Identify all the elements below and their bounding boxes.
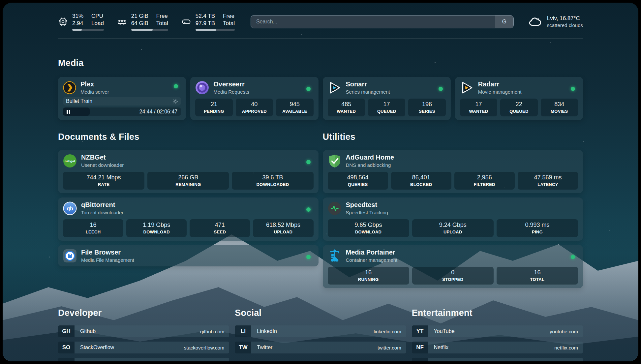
app-card-filebrowser[interactable]: File Browser Media File Management bbox=[58, 245, 319, 266]
app-card-qbittorrent[interactable]: qb qBittorrent Torrent downloader 16 LEE… bbox=[58, 197, 319, 241]
cpu-usage-value: 31% bbox=[72, 13, 83, 20]
app-name: Overseerr bbox=[213, 80, 249, 88]
stat-tile: 485 WANTED bbox=[328, 99, 365, 116]
status-online-dot bbox=[306, 160, 311, 164]
stat-tile: 17 QUEUED bbox=[368, 99, 405, 116]
now-playing-row: Bullet Train bbox=[63, 97, 181, 106]
gear-icon[interactable] bbox=[172, 99, 178, 104]
disk-icon bbox=[181, 17, 191, 27]
bookmark-abbr: DT bbox=[58, 358, 75, 361]
nzbget-icon: nzbget bbox=[63, 154, 77, 168]
bookmark-dev[interactable]: DT DEV dev.to bbox=[58, 358, 229, 361]
app-card-overseerr[interactable]: Overseerr Media Requests 21 PENDING 40 A… bbox=[190, 77, 318, 120]
cpu-load-value: 2.94 bbox=[72, 20, 83, 27]
adguard-icon bbox=[328, 154, 342, 168]
utilities-column: AdGuard Home DNS and adblocking 498,564 … bbox=[323, 150, 583, 288]
bookmark-abbr: RE bbox=[412, 358, 428, 361]
bookmark-youtube[interactable]: YT YouTube youtube.com bbox=[412, 325, 583, 337]
ram-progress-bar bbox=[131, 29, 168, 31]
app-name: qBittorrent bbox=[81, 201, 123, 209]
app-name: Sonarr bbox=[346, 80, 390, 88]
stat-tile: 2,956 FILTERED bbox=[454, 172, 515, 190]
section-title-media: Media bbox=[58, 58, 583, 68]
stat-tile: 498,564 QUERIES bbox=[328, 172, 388, 190]
bookmark-url: stackoverflow.com bbox=[184, 342, 229, 353]
stat-tile: 22 QUEUED bbox=[500, 99, 537, 116]
ram-total-value: 64 GiB bbox=[131, 20, 148, 27]
app-name: Plex bbox=[80, 80, 109, 88]
bookmark-reddit[interactable]: RE Reddit reddit.com bbox=[412, 358, 583, 361]
search-bar: G bbox=[251, 15, 514, 28]
bookmark-name: LinkedIn bbox=[251, 325, 374, 337]
status-online-dot bbox=[439, 87, 443, 91]
cpu-stat: 31% 2.94 CPU Load bbox=[58, 13, 104, 31]
app-name: Radarr bbox=[478, 80, 522, 88]
app-subtitle: Usenet downloader bbox=[81, 162, 124, 168]
stat-tile: 39.6 TB DOWNLOADED bbox=[232, 172, 313, 190]
stat-tile: 21 PENDING bbox=[195, 99, 232, 116]
media-grid: Plex Media server Bullet Train bbox=[58, 77, 583, 120]
app-name: AdGuard Home bbox=[346, 154, 394, 161]
search-engine-button[interactable]: G bbox=[495, 15, 513, 28]
stat-tile: 47.569 ms LATENCY bbox=[518, 172, 578, 190]
bookmark-url: reddit.com bbox=[555, 358, 583, 361]
stat-tile: 9.24 Gbps UPLOAD bbox=[412, 219, 494, 237]
app-card-speedtest[interactable]: Speedtest Speedtest Tracking 9.65 Gbps D… bbox=[323, 197, 583, 241]
playback-progress-bar[interactable]: 24:44 / 02:06:47 bbox=[63, 107, 181, 116]
app-subtitle: Series management bbox=[346, 89, 390, 95]
svg-text:nzbget: nzbget bbox=[65, 159, 76, 163]
bookmark-twitter[interactable]: TW Twitter twitter.com bbox=[235, 342, 406, 353]
status-online-dot bbox=[306, 207, 311, 212]
bookmark-abbr: YT bbox=[412, 325, 428, 337]
ram-total-label: Total bbox=[156, 20, 168, 27]
search-input[interactable] bbox=[251, 15, 495, 28]
bookmark-url: youtube.com bbox=[550, 325, 583, 337]
dashboard-screen: 31% 2.94 CPU Load bbox=[3, 3, 638, 361]
svg-text:qb: qb bbox=[67, 206, 73, 211]
cpu-load-label: Load bbox=[91, 20, 104, 27]
filebrowser-icon bbox=[63, 249, 77, 263]
bookmark-name: YouTube bbox=[428, 325, 550, 337]
stat-tile: 0.993 ms PING bbox=[497, 219, 578, 237]
ram-free-value: 21 GiB bbox=[131, 13, 148, 20]
app-name: Media Portainer bbox=[346, 249, 398, 256]
status-online-dot bbox=[306, 87, 311, 91]
app-subtitle: Speedtest Tracking bbox=[346, 210, 388, 215]
app-card-plex[interactable]: Plex Media server Bullet Train bbox=[58, 77, 186, 120]
bookmark-group-entertainment: Entertainment YT YouTube youtube.com NF … bbox=[412, 308, 583, 361]
app-subtitle: Media File Management bbox=[81, 257, 134, 263]
app-subtitle: Media Requests bbox=[213, 89, 249, 95]
ram-stat: 21 GiB 64 GiB Free Total bbox=[117, 13, 168, 31]
app-card-sonarr[interactable]: Sonarr Series management 485 WANTED 17 Q… bbox=[323, 77, 451, 120]
stat-tile: 40 APPROVED bbox=[236, 99, 273, 116]
documents-column: nzbget NZBGet Usenet downloader 744.21 M… bbox=[58, 150, 319, 266]
stat-tile: 834 MOVIES bbox=[541, 99, 578, 116]
app-card-nzbget[interactable]: nzbget NZBGet Usenet downloader 744.21 M… bbox=[58, 150, 319, 193]
bookmark-netflix[interactable]: NF Netflix netflix.com bbox=[412, 342, 583, 353]
app-card-portainer[interactable]: Media Portainer Container management 16 … bbox=[323, 245, 583, 288]
playback-elapsed bbox=[63, 107, 90, 116]
disk-free-value: 52.4 TB bbox=[196, 13, 215, 20]
bookmark-github[interactable]: GH Github github.com bbox=[58, 325, 229, 337]
playback-time: 24:44 / 02:06:47 bbox=[139, 109, 178, 115]
bookmark-url: netflix.com bbox=[554, 342, 583, 353]
app-card-radarr[interactable]: Radarr Movie management 17 WANTED 22 QUE… bbox=[455, 77, 583, 120]
bookmark-abbr: SO bbox=[58, 342, 75, 353]
bookmark-name: DEV bbox=[75, 358, 211, 361]
stat-tile: 266 GB REMAINING bbox=[147, 172, 229, 190]
app-subtitle: Media server bbox=[80, 89, 109, 95]
stat-tile: 618.52 Mbps UPLOAD bbox=[253, 219, 313, 237]
weather-condition: scattered clouds bbox=[547, 22, 583, 28]
top-bar: 31% 2.94 CPU Load bbox=[58, 3, 583, 31]
bookmark-group-developer: Developer GH Github github.com SO StackO… bbox=[58, 308, 229, 361]
bookmark-stackoverflow[interactable]: SO StackOverflow stackoverflow.com bbox=[58, 342, 229, 353]
bookmark-name: Twitter bbox=[251, 342, 378, 353]
section-title-utilities: Utilities bbox=[323, 132, 583, 142]
app-card-adguard[interactable]: AdGuard Home DNS and adblocking 498,564 … bbox=[323, 150, 583, 193]
bookmark-name: Reddit bbox=[428, 358, 555, 361]
bookmark-linkedin[interactable]: LI LinkedIn linkedin.com bbox=[235, 325, 406, 337]
stat-tile: 86,401 BLOCKED bbox=[391, 172, 451, 190]
app-name: File Browser bbox=[81, 249, 134, 256]
app-subtitle: Movie management bbox=[478, 89, 522, 95]
bookmarks-grid: Developer GH Github github.com SO StackO… bbox=[58, 308, 583, 361]
